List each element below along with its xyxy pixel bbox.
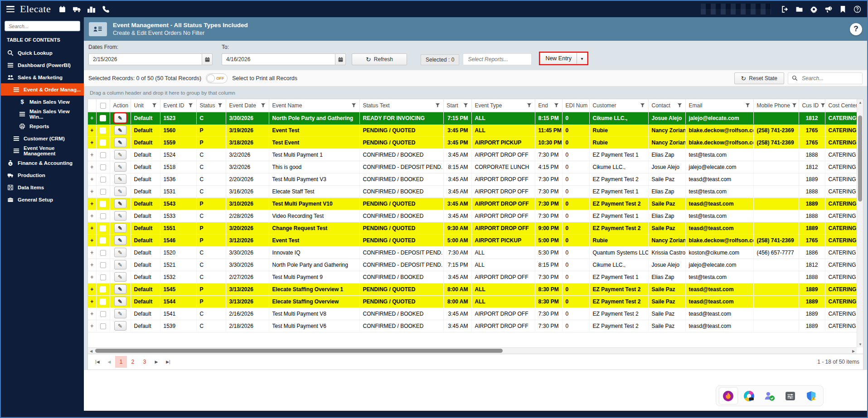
expand-row-button[interactable]: + bbox=[88, 197, 96, 210]
sidebar-item-sales-marketing[interactable]: Sales & Marketing bbox=[1, 71, 84, 83]
table-row[interactable]: +✎Default1559P3/18/2026Test EventPENDING… bbox=[88, 136, 863, 149]
sidebar-search-input[interactable] bbox=[5, 21, 80, 31]
filter-funnel-icon[interactable] bbox=[435, 103, 440, 108]
chevron-down-icon[interactable]: ▾ bbox=[577, 53, 587, 64]
hamburger-menu-icon[interactable] bbox=[6, 6, 15, 12]
column-header-end[interactable]: End bbox=[535, 99, 562, 112]
row-checkbox[interactable] bbox=[100, 127, 106, 134]
expand-row-button[interactable]: + bbox=[88, 246, 96, 259]
horizontal-scroll-thumb[interactable] bbox=[95, 349, 503, 353]
edit-pencil-button[interactable]: ✎ bbox=[114, 297, 126, 306]
select-reports-input[interactable] bbox=[463, 53, 532, 65]
column-header-event_date[interactable]: Event Date bbox=[226, 99, 269, 112]
folder-icon[interactable] bbox=[795, 5, 804, 13]
grid-search-input[interactable] bbox=[801, 75, 858, 82]
edit-pencil-button[interactable]: ✎ bbox=[114, 187, 126, 196]
expand-row-button[interactable]: + bbox=[88, 185, 96, 197]
column-header-start[interactable]: Start bbox=[443, 99, 471, 112]
edit-pencil-button[interactable]: ✎ bbox=[114, 248, 126, 257]
expand-row-button[interactable]: + bbox=[88, 161, 96, 173]
column-header-status_text[interactable]: Status Text bbox=[359, 99, 443, 112]
row-checkbox[interactable] bbox=[100, 311, 106, 317]
filter-funnel-icon[interactable] bbox=[527, 103, 532, 108]
horizontal-scrollbar[interactable]: ◀ ▶ bbox=[88, 347, 857, 354]
reset-state-button[interactable]: ↻ Reset State bbox=[734, 72, 784, 84]
row-checkbox[interactable] bbox=[100, 262, 106, 268]
filter-funnel-icon[interactable] bbox=[677, 103, 682, 108]
table-row[interactable]: +✎Default1533C2/28/2026Video Recording T… bbox=[88, 210, 863, 222]
flame-app-icon[interactable] bbox=[719, 387, 738, 404]
expand-row-button[interactable]: + bbox=[88, 271, 96, 283]
table-row[interactable]: +✎Default1543P3/10/2026Test Multi Paymen… bbox=[88, 197, 863, 210]
edit-pencil-button[interactable]: ✎ bbox=[114, 162, 126, 172]
defender-shield-app-icon[interactable] bbox=[801, 387, 820, 404]
building-icon[interactable] bbox=[87, 5, 96, 13]
edit-pencil-button[interactable]: ✎ bbox=[114, 321, 126, 331]
edit-pencil-button[interactable]: ✎ bbox=[114, 125, 126, 135]
expand-row-button[interactable]: + bbox=[88, 210, 96, 222]
edit-pencil-button[interactable]: ✎ bbox=[114, 223, 126, 233]
print-all-toggle[interactable]: OFF bbox=[206, 73, 228, 83]
edit-pencil-button[interactable]: ✎ bbox=[114, 235, 126, 245]
table-row[interactable]: +✎Default1544P3/13/2026Elecate Staffing … bbox=[88, 295, 863, 307]
vertical-scrollbar[interactable]: ▲ ▼ bbox=[857, 99, 863, 347]
sidebar-item-finance-accounting[interactable]: $Finance & Accounting bbox=[1, 157, 84, 169]
teams-check-app-icon[interactable] bbox=[760, 387, 779, 404]
edit-pencil-button[interactable]: ✎ bbox=[114, 174, 126, 184]
row-checkbox[interactable] bbox=[100, 323, 106, 329]
edit-pencil-button[interactable]: ✎ bbox=[114, 199, 126, 208]
pager-page-3[interactable]: 3 bbox=[139, 356, 150, 368]
row-checkbox[interactable] bbox=[100, 177, 106, 183]
row-checkbox[interactable] bbox=[100, 250, 106, 256]
table-row[interactable]: +✎Default1520C3/30/2026Innovate IQCONFIR… bbox=[88, 246, 863, 259]
row-checkbox[interactable] bbox=[100, 237, 106, 244]
table-row[interactable]: +✎Default1560P3/19/2026Event TestPENDING… bbox=[88, 124, 863, 136]
expand-row-button[interactable]: + bbox=[88, 320, 96, 332]
truck-icon[interactable] bbox=[73, 5, 81, 13]
refresh-button[interactable]: ↻ Refresh bbox=[352, 53, 407, 65]
column-header-event_name[interactable]: Event Name bbox=[269, 99, 359, 112]
copilot-app-icon[interactable] bbox=[739, 387, 758, 404]
row-checkbox[interactable] bbox=[100, 152, 106, 158]
filter-funnel-icon[interactable] bbox=[792, 103, 797, 108]
gear-icon[interactable] bbox=[810, 5, 818, 13]
filter-funnel-icon[interactable] bbox=[640, 103, 645, 108]
sidebar-item-event-order-manag[interactable]: Event & Order Manag... bbox=[1, 83, 84, 96]
sidebar-item-reports[interactable]: Reports bbox=[1, 120, 84, 132]
column-header-mobile_phone[interactable]: Mobile Phone bbox=[753, 99, 799, 112]
edit-pencil-button[interactable]: ✎ bbox=[114, 260, 126, 269]
pager-page-2[interactable]: 2 bbox=[127, 356, 139, 368]
bookmark-icon[interactable] bbox=[839, 5, 847, 13]
expand-row-button[interactable]: + bbox=[88, 222, 96, 234]
row-checkbox[interactable] bbox=[100, 213, 106, 219]
pager-prev-button[interactable]: ◀ bbox=[103, 356, 115, 368]
column-header-customer[interactable]: Customer bbox=[589, 99, 648, 112]
sidebar-item-main-sales-view-win[interactable]: Main Sales View Win... bbox=[1, 108, 84, 120]
list-settings-app-icon[interactable] bbox=[781, 387, 800, 404]
column-header-action[interactable]: Action bbox=[110, 99, 131, 112]
filter-funnel-icon[interactable] bbox=[820, 103, 825, 108]
row-checkbox[interactable] bbox=[100, 189, 106, 195]
scroll-right-icon[interactable]: ▶ bbox=[850, 348, 857, 354]
table-row[interactable]: +✎Default1523C3/30/2026North Pole Party … bbox=[88, 112, 863, 124]
table-row[interactable]: +✎Default1531C3/16/2026Elecate Staff Tes… bbox=[88, 185, 863, 197]
row-checkbox[interactable] bbox=[100, 139, 106, 146]
row-checkbox[interactable] bbox=[100, 225, 106, 231]
selected-count-chip[interactable]: Selected : 0 bbox=[421, 54, 459, 65]
expand-row-button[interactable]: + bbox=[88, 173, 96, 185]
help-button[interactable]: ? bbox=[850, 23, 862, 35]
column-header-contact[interactable]: Contact bbox=[648, 99, 685, 112]
select-all-checkbox[interactable] bbox=[100, 103, 106, 109]
row-checkbox[interactable] bbox=[100, 298, 106, 305]
table-row[interactable]: +✎Default1518C3/2/2026This is goodCONFIR… bbox=[88, 161, 863, 173]
row-checkbox[interactable] bbox=[100, 274, 106, 280]
scroll-down-icon[interactable]: ▼ bbox=[857, 341, 863, 347]
edit-pencil-button[interactable]: ✎ bbox=[114, 113, 126, 123]
pager-first-button[interactable]: |◀ bbox=[92, 356, 103, 368]
table-row[interactable]: +✎Default1524C3/2/2026Test Multi Payment… bbox=[88, 149, 863, 161]
table-row[interactable]: +✎Default1546P3/12/2026Event TestPENDING… bbox=[88, 234, 863, 246]
filter-funnel-icon[interactable] bbox=[554, 103, 559, 108]
edit-pencil-button[interactable]: ✎ bbox=[114, 150, 126, 159]
date-to-calendar-icon[interactable] bbox=[335, 53, 346, 65]
sidebar-item-data-items[interactable]: Data Items bbox=[1, 181, 84, 193]
